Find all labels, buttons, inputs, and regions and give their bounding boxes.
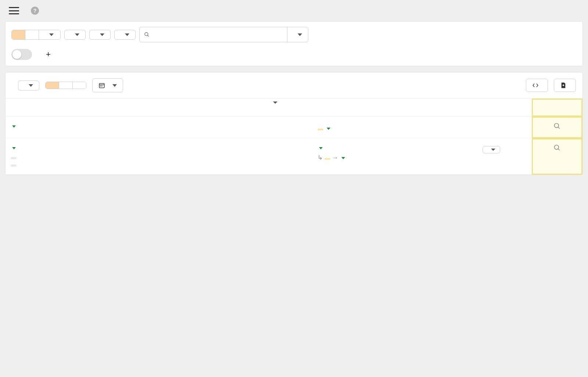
chevron-down-icon [327, 128, 330, 130]
referring-page-url[interactable] [11, 122, 53, 130]
chevron-down-icon [12, 125, 16, 128]
target-url[interactable] [325, 125, 330, 132]
backlink-type-dropdown[interactable] [64, 30, 86, 40]
search-input[interactable] [153, 27, 283, 42]
col-domain-traffic[interactable] [118, 99, 147, 117]
follow-dofollow[interactable] [25, 30, 39, 39]
table-row [6, 117, 582, 138]
cell-referring-domains[interactable] [147, 138, 177, 175]
cell-similar [451, 117, 532, 138]
chevron-down-icon [49, 33, 54, 36]
chevron-down-icon [319, 147, 323, 149]
referring-page-url[interactable] [11, 144, 53, 152]
js-badge [318, 129, 323, 130]
more-filters-button[interactable]: + [46, 50, 54, 59]
download-icon [560, 82, 567, 89]
export-button[interactable] [554, 79, 576, 92]
col-anchor[interactable] [312, 99, 422, 117]
canonical-badge [325, 158, 330, 160]
cell-linked-domains[interactable] [177, 117, 207, 138]
cell-page-traffic [236, 138, 283, 175]
cell-domain-traffic [118, 138, 147, 175]
similar-count-dropdown[interactable] [483, 146, 500, 153]
group-similar-dropdown[interactable] [18, 81, 39, 90]
table-row: ↳ → [6, 138, 582, 175]
cell-ext [207, 117, 236, 138]
chevron-down-icon [100, 33, 104, 36]
platform-tag [11, 164, 17, 167]
search-icon [144, 32, 150, 38]
col-ext[interactable] [207, 99, 236, 117]
lang-tag [11, 157, 17, 159]
svg-line-9 [558, 149, 559, 150]
anchor-url[interactable] [318, 144, 416, 152]
svg-line-1 [147, 35, 148, 36]
svg-point-8 [554, 145, 559, 150]
cell-ur [88, 117, 118, 138]
cell-anchor: ↳ → [312, 138, 422, 175]
chevron-down-icon [125, 33, 129, 36]
dr-dropdown[interactable] [89, 30, 111, 40]
cell-dr [58, 138, 88, 175]
state-lost[interactable] [73, 82, 86, 89]
cell-anchor [312, 117, 422, 138]
cell-dates [422, 117, 451, 138]
col-inspect[interactable] [532, 99, 582, 117]
cell-linked-domains[interactable] [177, 138, 207, 175]
col-similar[interactable] [451, 99, 532, 117]
state-new[interactable] [59, 82, 73, 89]
cell-dates [422, 138, 451, 175]
chevron-down-icon [12, 147, 16, 149]
help-icon: ? [31, 7, 39, 15]
chevron-down-icon [298, 33, 302, 36]
chevron-down-icon [75, 33, 79, 36]
domain-traffic-dropdown[interactable] [114, 30, 136, 40]
col-referring-page[interactable] [6, 99, 58, 117]
inspect-icon[interactable] [553, 122, 561, 130]
chevron-down-icon [29, 84, 33, 87]
svg-point-6 [554, 124, 559, 128]
code-icon [532, 82, 539, 89]
cell-referring-domains[interactable] [147, 117, 177, 138]
follow-nofollow[interactable] [39, 30, 60, 39]
inspect-icon[interactable] [553, 144, 561, 152]
state-all[interactable] [46, 82, 59, 89]
svg-point-0 [145, 32, 148, 36]
menu-icon[interactable] [9, 7, 19, 14]
canonical-url[interactable] [340, 154, 345, 161]
state-filter-group [45, 82, 86, 89]
svg-rect-4 [100, 86, 101, 86]
chevron-down-icon [341, 157, 345, 159]
exclude-subdomains-toggle[interactable] [11, 49, 32, 60]
sort-desc-icon [273, 102, 277, 111]
col-ur[interactable] [88, 99, 118, 117]
cell-kw[interactable] [283, 138, 312, 175]
ref-page-url-dropdown[interactable] [287, 27, 308, 42]
col-referring-domains[interactable] [147, 99, 177, 117]
col-dr[interactable] [58, 99, 88, 117]
how-to-use-link[interactable]: ? [31, 7, 42, 15]
follow-all[interactable] [12, 30, 25, 39]
redirect-icon: ↳ [318, 154, 323, 161]
cell-similar [451, 138, 532, 175]
col-linked-domains[interactable] [177, 99, 207, 117]
col-first-last-seen[interactable] [422, 99, 451, 117]
col-kw[interactable] [283, 99, 312, 117]
cell-domain-traffic [118, 117, 147, 138]
api-button[interactable] [526, 79, 548, 92]
arrow-right-icon: → [332, 154, 338, 161]
cell-ur [88, 138, 118, 175]
calendar-icon [98, 82, 105, 89]
follow-filter-group [11, 30, 61, 40]
cell-page-traffic [236, 117, 283, 138]
cell-kw[interactable] [283, 117, 312, 138]
cell-dr [58, 117, 88, 138]
plus-icon: + [46, 50, 51, 59]
chevron-down-icon [112, 84, 117, 87]
search-container [139, 27, 308, 42]
col-page-traffic[interactable] [236, 99, 283, 117]
svg-rect-5 [101, 86, 102, 86]
cell-ext [207, 138, 236, 175]
svg-line-7 [558, 127, 559, 129]
history-dropdown[interactable] [92, 78, 123, 92]
